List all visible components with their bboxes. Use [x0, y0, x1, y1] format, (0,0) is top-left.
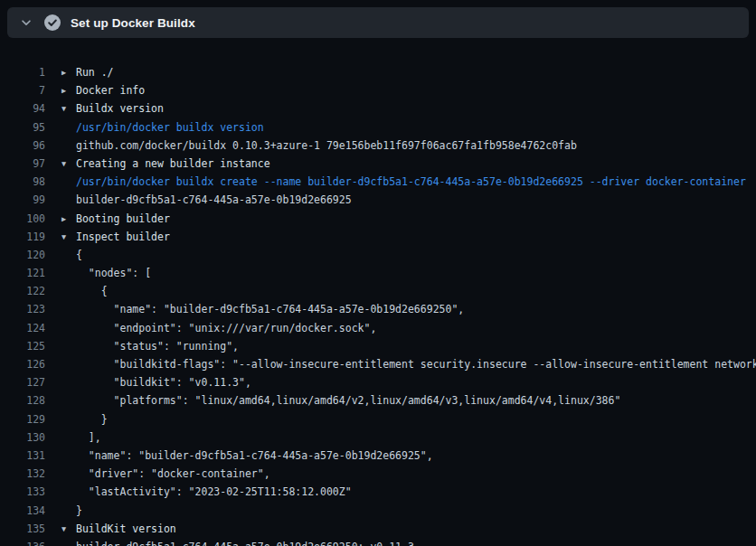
group-title: Creating a new builder instance — [76, 155, 270, 173]
chevron-down-icon[interactable] — [20, 16, 33, 29]
triangle-right-icon: ▶ — [61, 63, 76, 81]
triangle-down-icon: ▼ — [61, 520, 76, 538]
log-text: builder-d9cfb5a1-c764-445a-a57e-0b19d2e6… — [76, 191, 352, 209]
log-group-row[interactable]: 97▼Creating a new builder instance — [0, 155, 756, 173]
line-number[interactable]: 131 — [0, 447, 45, 465]
group-title: Booting builder — [76, 210, 170, 228]
line-number[interactable]: 94 — [0, 99, 45, 118]
log-line: 132 "driver": "docker-container", — [0, 465, 756, 483]
log-text: "endpoint": "unix:///var/run/docker.sock… — [76, 319, 376, 337]
line-number[interactable]: 120 — [0, 246, 45, 264]
log-line: 95/usr/bin/docker buildx version — [0, 118, 756, 136]
log-text: ], — [76, 428, 101, 447]
line-number[interactable]: 7 — [0, 81, 45, 99]
line-number[interactable]: 125 — [0, 337, 45, 355]
group-title: BuildKit version — [76, 520, 176, 538]
line-number[interactable]: 98 — [0, 173, 45, 191]
log-line: 99builder-d9cfb5a1-c764-445a-a57e-0b19d2… — [0, 191, 756, 209]
log-text: } — [76, 410, 108, 428]
log-line: 130 ], — [0, 428, 756, 447]
log-group-row[interactable]: 135▼BuildKit version — [0, 520, 756, 538]
line-number[interactable]: 127 — [0, 373, 45, 391]
line-number[interactable]: 100 — [0, 210, 45, 228]
group-title: Buildx version — [76, 99, 164, 118]
log-text: } — [76, 502, 82, 520]
command-text: /usr/bin/docker buildx create --name bui… — [76, 173, 746, 191]
line-number[interactable]: 1 — [0, 63, 45, 81]
log-text: "platforms": "linux/amd64,linux/amd64/v2… — [76, 391, 620, 410]
log-panel: 1▶Run ./7▶Docker info94▼Buildx version95… — [0, 45, 756, 546]
log-line: 120{ — [0, 246, 756, 264]
log-group-row[interactable]: 94▼Buildx version — [0, 99, 756, 118]
log-group-row[interactable]: 1▶Run ./ — [0, 63, 756, 81]
group-title: Docker info — [76, 81, 145, 99]
log-text: "lastActivity": "2023-02-25T11:58:12.000… — [76, 483, 352, 501]
log-line: 96github.com/docker/buildx 0.10.3+azure-… — [0, 136, 756, 155]
triangle-right-icon: ▶ — [61, 81, 76, 99]
step-header[interactable]: Set up Docker Buildx — [7, 7, 749, 38]
line-number[interactable]: 136 — [0, 538, 45, 546]
log-line: 124 "endpoint": "unix:///var/run/docker.… — [0, 319, 756, 337]
log-line: 126 "buildkitd-flags": "--allow-insecure… — [0, 355, 756, 373]
command-text: /usr/bin/docker buildx version — [76, 118, 264, 136]
triangle-right-icon: ▶ — [61, 210, 76, 228]
log-text: { — [76, 282, 108, 300]
log-group-row[interactable]: 100▶Booting builder — [0, 210, 756, 228]
line-number[interactable]: 96 — [0, 136, 45, 155]
line-number[interactable]: 97 — [0, 155, 45, 173]
line-number[interactable]: 128 — [0, 391, 45, 410]
line-number[interactable]: 132 — [0, 465, 45, 483]
line-number[interactable]: 134 — [0, 502, 45, 520]
log-line: 134} — [0, 502, 756, 520]
line-number[interactable]: 130 — [0, 428, 45, 447]
log-text: "driver": "docker-container", — [76, 465, 270, 483]
triangle-down-icon: ▼ — [61, 228, 76, 246]
group-title: Run ./ — [76, 63, 114, 81]
log-line: 122 { — [0, 282, 756, 300]
check-circle-icon — [44, 14, 61, 31]
step-title: Set up Docker Buildx — [71, 16, 195, 30]
line-number[interactable]: 119 — [0, 228, 45, 246]
log-text: "name": "builder-d9cfb5a1-c764-445a-a57e… — [76, 300, 464, 318]
line-number[interactable]: 124 — [0, 319, 45, 337]
line-number[interactable]: 126 — [0, 355, 45, 373]
log-text: "nodes": [ — [76, 264, 151, 282]
line-number[interactable]: 135 — [0, 520, 45, 538]
log-line: 136builder-d9cfb5a1-c764-445a-a57e-0b19d… — [0, 538, 756, 546]
triangle-down-icon: ▼ — [61, 99, 76, 118]
line-number[interactable]: 129 — [0, 410, 45, 428]
log-text: "buildkitd-flags": "--allow-insecure-ent… — [76, 355, 756, 373]
log-line: 121 "nodes": [ — [0, 264, 756, 282]
group-title: Inspect builder — [76, 228, 170, 246]
log-line: 98/usr/bin/docker buildx create --name b… — [0, 173, 756, 191]
line-number[interactable]: 123 — [0, 300, 45, 318]
log-line: 123 "name": "builder-d9cfb5a1-c764-445a-… — [0, 300, 756, 318]
log-text: { — [76, 246, 82, 264]
log-text: "buildkit": "v0.11.3", — [76, 373, 251, 391]
log-line: 127 "buildkit": "v0.11.3", — [0, 373, 756, 391]
line-number[interactable]: 133 — [0, 483, 45, 501]
log-line: 125 "status": "running", — [0, 337, 756, 355]
log-group-row[interactable]: 119▼Inspect builder — [0, 228, 756, 246]
log-text: "name": "builder-d9cfb5a1-c764-445a-a57e… — [76, 447, 433, 465]
log-group-row[interactable]: 7▶Docker info — [0, 81, 756, 99]
line-number[interactable]: 99 — [0, 191, 45, 209]
triangle-down-icon: ▼ — [61, 155, 76, 173]
line-number[interactable]: 122 — [0, 282, 45, 300]
log-line: 133 "lastActivity": "2023-02-25T11:58:12… — [0, 483, 756, 501]
line-number[interactable]: 121 — [0, 264, 45, 282]
log-line: 131 "name": "builder-d9cfb5a1-c764-445a-… — [0, 447, 756, 465]
log-text: builder-d9cfb5a1-c764-445a-a57e-0b19d2e6… — [76, 538, 414, 546]
log-text: "status": "running", — [76, 337, 239, 355]
log-text: github.com/docker/buildx 0.10.3+azure-1 … — [76, 136, 577, 155]
log-line: 129 } — [0, 410, 756, 428]
log-line: 128 "platforms": "linux/amd64,linux/amd6… — [0, 391, 756, 410]
line-number[interactable]: 95 — [0, 118, 45, 136]
